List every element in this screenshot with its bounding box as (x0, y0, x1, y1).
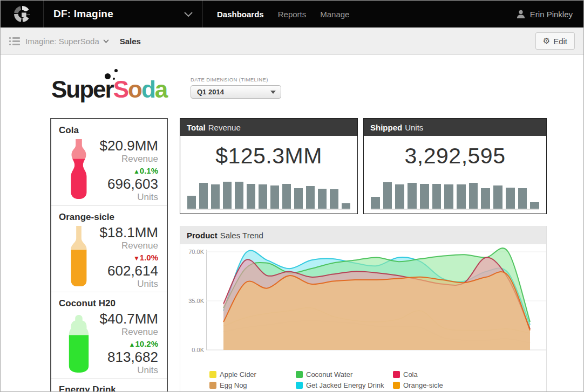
panel-header: Shipped Units (364, 119, 546, 136)
legend-item: Get Jacked Energy Drink (296, 381, 393, 389)
spark-bar (371, 197, 380, 209)
product-name: Coconut H20 (59, 298, 159, 309)
spark-bar (199, 183, 208, 209)
revenue-label: Revenue (96, 240, 158, 251)
revenue-label: Revenue (96, 327, 158, 338)
list-icon[interactable] (9, 37, 20, 45)
revenue-change: ▲0.1% (96, 166, 158, 175)
spark-bar (530, 202, 539, 209)
spark-bar (408, 183, 417, 209)
panel-subtitle: Units (405, 123, 423, 132)
spark-bar (469, 183, 478, 209)
product-sales-trend-panel: Product Sales Trend 70.0K 35.0K 0.0K App… (180, 226, 547, 392)
product-item-orange-sicle[interactable]: Orange-sicle $18.1MM Revenue ▼1.0% 602,6… (51, 205, 167, 292)
date-dimension-value: Q1 2014 (197, 88, 224, 96)
legend-swatch (209, 371, 216, 378)
user-menu[interactable]: Erin Pinkley (516, 9, 583, 19)
total-revenue-value: $125.3MM (180, 143, 357, 169)
product-item-cola[interactable]: Cola $20.9MM Revenue ▲0.1% 696,603 Units (51, 119, 167, 205)
nav-item-reports[interactable]: Reports (278, 10, 307, 19)
units-label: Units (96, 192, 158, 203)
units-value: 696,603 (96, 176, 158, 192)
dashboard-title: DF: Imagine (53, 8, 113, 20)
brand-letter: d (141, 76, 155, 102)
chevron-down-icon (184, 12, 193, 17)
spark-bar (432, 184, 442, 209)
panel-header: Total Revenue (180, 119, 357, 136)
spark-bar (318, 189, 327, 209)
supersoda-logo: SuperSoda (51, 68, 181, 103)
brand-letter: a (155, 76, 167, 102)
legend-item: Orange-sicle (393, 381, 443, 389)
shipped-units-panel: Shipped Units 3,292,595 (363, 118, 547, 214)
spark-bar (187, 196, 196, 209)
revenue-change: ▲10.2% (96, 339, 158, 348)
spark-bar (493, 185, 502, 209)
trend-up-icon: ▲ (133, 168, 140, 175)
revenue-sparkline (187, 180, 350, 210)
dashboard-group-label: Imagine: SuperSoda (25, 37, 99, 46)
spark-bar (270, 185, 279, 209)
spark-bar (294, 188, 303, 209)
legend-item: Egg Nog (209, 381, 296, 389)
spark-bar (518, 188, 527, 209)
breadcrumb-bar: Imagine: SuperSoda Sales ⚙ Edit (1, 27, 583, 55)
main-menu: Dashboards Reports Manage (217, 10, 349, 19)
revenue-label: Revenue (96, 154, 158, 164)
spark-bar (259, 184, 267, 209)
units-label: Units (96, 279, 158, 290)
spark-bar (306, 186, 315, 209)
date-dimension-filter: DATE DIMENSION (TIMELINE) Q1 2014 (191, 77, 281, 99)
edit-button[interactable]: ⚙ Edit (535, 32, 575, 50)
legend-swatch (296, 371, 303, 378)
spark-bar (223, 182, 232, 209)
bubble-dot (105, 73, 111, 79)
product-item-coconut-h20[interactable]: Coconut H20 $40.7MM Revenue ▲10.2% 813,6… (51, 292, 167, 378)
product-kpi-sidebar: Cola $20.9MM Revenue ▲0.1% 696,603 Units… (50, 118, 168, 392)
dropdown-arrow-icon (270, 91, 276, 94)
gear-icon: ⚙ (543, 36, 550, 46)
shipped-units-value: 3,292,595 (364, 143, 546, 169)
units-value: 813,682 (96, 349, 158, 365)
legend-label: Coconut Water (306, 370, 352, 379)
spark-bar (282, 184, 291, 209)
y-axis-tick: 0.0K (180, 347, 204, 353)
y-axis-tick: 70.0K (180, 249, 204, 255)
legend-item: Apple Cider (209, 370, 296, 379)
dashboard-group-dropdown[interactable]: Imagine: SuperSoda (25, 37, 109, 46)
legend-swatch (393, 371, 400, 378)
legend-swatch (209, 382, 216, 389)
spark-bar (506, 188, 515, 209)
product-item-energy-drink[interactable]: Energy Drink (51, 378, 167, 392)
bubble-dot (114, 69, 118, 72)
spark-bar (247, 184, 255, 209)
g-logo-icon (13, 5, 31, 23)
legend-column: ColaOrange-sicle (393, 370, 443, 389)
brand-letter: S (113, 76, 128, 102)
company-logo[interactable] (1, 1, 44, 27)
area-chart-svg (206, 246, 546, 363)
spark-bar (444, 184, 453, 209)
brand-letter: o (128, 76, 141, 102)
chevron-down-icon (103, 39, 109, 43)
trend-chart: 70.0K 35.0K 0.0K (180, 246, 546, 363)
chart-legend: Apple CiderEgg NogCoconut WaterGet Jacke… (209, 370, 546, 389)
trend-up-icon: ▲ (129, 341, 135, 348)
bubble-dot (113, 78, 115, 80)
legend-column: Coconut WaterGet Jacked Energy Drink (296, 370, 393, 389)
spark-bar (330, 189, 338, 209)
date-dimension-select[interactable]: Q1 2014 (191, 85, 281, 99)
supersoda-logo-text: SuperSoda (51, 76, 167, 103)
units-label: Units (96, 365, 158, 376)
dashboard-switcher[interactable]: DF: Imagine (44, 1, 203, 27)
app-window: DF: Imagine Dashboards Reports Manage Er… (0, 0, 584, 392)
nav-item-manage[interactable]: Manage (320, 10, 349, 19)
nav-item-dashboards[interactable]: Dashboards (217, 10, 264, 19)
panel-title: Shipped (370, 123, 402, 132)
panel-header: Product Sales Trend (180, 226, 546, 244)
revenue-value: $20.9MM (96, 138, 158, 154)
units-sparkline (371, 180, 539, 210)
spark-bar (457, 184, 466, 209)
water-bottle-icon (62, 311, 96, 374)
spark-bar (235, 182, 243, 209)
